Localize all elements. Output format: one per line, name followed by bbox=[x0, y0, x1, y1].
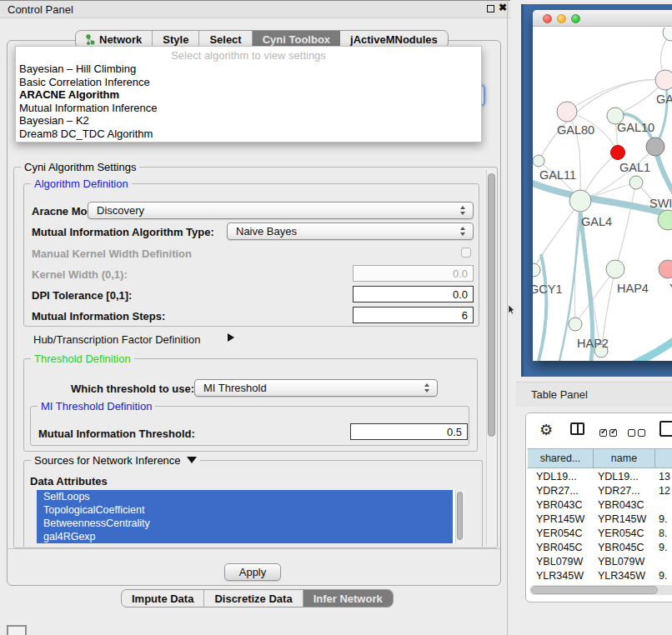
network-canvas[interactable]: GAL GAL80 GAL10 GAL11 GAL1 SWI4 GAL4 GCY… bbox=[533, 28, 672, 361]
minimize-window-icon[interactable] bbox=[557, 14, 566, 23]
node-pink-right[interactable] bbox=[659, 260, 672, 278]
mi-threshold-label: Mutual Information Threshold: bbox=[38, 428, 195, 440]
table-panel: ⚙ shared... name YDL19...YDL19...13 YDR2… bbox=[525, 412, 672, 602]
dropdown-item[interactable]: Bayesian – Hill Climbing bbox=[16, 62, 481, 76]
network-view-frame[interactable]: GAL GAL80 GAL10 GAL11 GAL1 SWI4 GAL4 GCY… bbox=[521, 4, 672, 377]
mi-type-combo[interactable]: Naive Bayes bbox=[227, 222, 474, 240]
node-label: GCY1 bbox=[533, 282, 563, 296]
combo-stepper-icon bbox=[460, 227, 467, 236]
table-row[interactable]: YBL079WYBL079W bbox=[528, 554, 672, 568]
aracne-mode-combo[interactable]: Discovery bbox=[88, 202, 474, 219]
node-gal4[interactable] bbox=[569, 190, 591, 212]
mi-steps-label: Mutual Information Steps: bbox=[32, 310, 165, 322]
table-row[interactable]: YPR145WYPR145W9. bbox=[528, 512, 672, 526]
node-small-left[interactable] bbox=[533, 155, 544, 167]
expand-arrow-icon[interactable] bbox=[228, 333, 234, 342]
tab-discretize-data[interactable]: Discretize Data bbox=[204, 590, 303, 607]
node-label: GAL bbox=[656, 92, 672, 106]
list-scrollbar[interactable] bbox=[455, 490, 464, 543]
algorithm-dropdown-list: Select algorithm to view settings Bayesi… bbox=[15, 46, 482, 142]
zoom-window-icon[interactable] bbox=[571, 14, 580, 23]
node-hap4[interactable] bbox=[606, 260, 624, 278]
node-red-selected[interactable] bbox=[611, 146, 625, 160]
table-row[interactable]: YDL19...YDL19...13 bbox=[528, 469, 672, 483]
threshold-definition-title: Threshold Definition bbox=[31, 352, 134, 365]
node-partial-top[interactable] bbox=[663, 28, 672, 41]
settings-scrollbar-thumb[interactable] bbox=[488, 173, 495, 437]
kernel-width-label: Kernel Width (0,1): bbox=[32, 268, 128, 281]
node-gal80[interactable] bbox=[557, 102, 577, 122]
node-gal1[interactable] bbox=[629, 176, 643, 189]
node-gcy1[interactable] bbox=[533, 263, 540, 277]
dropdown-item-highlighted[interactable]: ARACNE Algorithm bbox=[16, 88, 481, 102]
control-panel-titlebar: Control Panel bbox=[0, 0, 510, 18]
node-label: HAP4 bbox=[617, 282, 649, 295]
bottom-tabbar: Impute Data Discretize Data Infer Networ… bbox=[121, 589, 394, 608]
table-header: shared... name bbox=[528, 448, 672, 468]
node-label: GAL11 bbox=[539, 168, 576, 182]
network-window-titlebar[interactable] bbox=[533, 10, 672, 27]
collapse-arrow-icon[interactable] bbox=[187, 457, 197, 463]
table-row[interactable]: YBR045CYBR045C9. bbox=[528, 540, 672, 554]
table-row[interactable]: YBR043CYBR043C bbox=[528, 498, 672, 512]
node-label: SWI4 bbox=[649, 197, 672, 210]
tab-network[interactable]: Network bbox=[76, 31, 153, 48]
dropdown-item[interactable]: Dream8 DC_TDC Algorithm bbox=[16, 128, 481, 141]
tab-jactivemnodules[interactable]: jActiveMNodules bbox=[340, 31, 448, 48]
table-panel-title: Table Panel bbox=[531, 388, 588, 401]
tab-style[interactable]: Style bbox=[153, 31, 199, 48]
select-all-checkboxes-icon[interactable] bbox=[599, 425, 619, 440]
tab-infer-network[interactable]: Infer Network bbox=[303, 590, 393, 607]
tab-impute-data[interactable]: Impute Data bbox=[122, 590, 204, 607]
table-body: YDL19...YDL19...13 YDR27...YDR27...12 YB… bbox=[528, 469, 672, 588]
dpi-tolerance-field[interactable]: 0.0 bbox=[353, 286, 474, 302]
list-item-selected[interactable]: BetweennessCentrality bbox=[37, 517, 453, 530]
close-window-icon[interactable] bbox=[543, 14, 552, 23]
mouse-cursor bbox=[508, 305, 515, 315]
node-hap2[interactable] bbox=[569, 318, 582, 331]
table-row[interactable]: YDR27...YDR27...12 bbox=[528, 483, 672, 498]
dropdown-item[interactable]: Basic Correlation Inference bbox=[16, 76, 481, 89]
mi-threshold-field[interactable]: 0.5 bbox=[350, 423, 468, 440]
deselect-all-checkboxes-icon[interactable] bbox=[628, 425, 648, 440]
list-item-selected[interactable]: SelfLoops bbox=[37, 490, 453, 503]
apply-button[interactable]: Apply bbox=[224, 563, 281, 581]
close-panel-icon[interactable]: ✖ bbox=[499, 2, 507, 13]
tab-select[interactable]: Select bbox=[199, 31, 252, 48]
data-attributes-list: SelfLoops TopologicalCoefficient Between… bbox=[37, 490, 464, 543]
list-item-selected[interactable]: TopologicalCoefficient bbox=[37, 503, 453, 517]
app-root: Control Panel ✖ Network Style Select Cyn… bbox=[0, 0, 672, 635]
mi-type-label: Mutual Information Algorithm Type: bbox=[32, 226, 214, 238]
dropdown-item[interactable]: Bayesian – K2 bbox=[16, 114, 481, 128]
data-attributes-label: Data Attributes bbox=[30, 475, 108, 488]
hub-definition-label[interactable]: Hub/Transcription Factor Definition bbox=[33, 333, 200, 346]
algorithm-definition-title: Algorithm Definition bbox=[31, 178, 132, 190]
mi-threshold-group-title: MI Threshold Definition bbox=[38, 400, 155, 412]
table-row[interactable]: YLR345WYLR345W9. bbox=[528, 568, 672, 582]
columns-icon[interactable] bbox=[570, 422, 584, 435]
sources-title[interactable]: Sources for Network Inference bbox=[31, 454, 200, 467]
dropdown-item[interactable]: Mutual Information Inference bbox=[16, 102, 481, 115]
column-header-shared-name[interactable]: shared... bbox=[528, 449, 594, 468]
table-horizontal-scrollbar[interactable] bbox=[529, 585, 672, 595]
minimized-panel-icon[interactable] bbox=[7, 625, 27, 635]
node-label: HAP2 bbox=[577, 337, 609, 350]
table-row[interactable]: YER054CYER054C8. bbox=[528, 526, 672, 540]
float-window-icon[interactable] bbox=[487, 5, 494, 12]
list-scrollbar-thumb[interactable] bbox=[457, 492, 463, 540]
node-gray[interactable] bbox=[646, 138, 664, 156]
column-header-name[interactable]: name bbox=[594, 449, 655, 468]
splitter[interactable] bbox=[507, 0, 508, 635]
column-header-partial[interactable] bbox=[655, 449, 672, 468]
dpi-tolerance-label: DPI Tolerance [0,1]: bbox=[32, 289, 132, 302]
table-scrollbar-thumb[interactable] bbox=[531, 586, 658, 594]
mi-steps-field[interactable]: 6 bbox=[353, 307, 474, 323]
which-threshold-combo[interactable]: MI Threshold bbox=[194, 379, 438, 397]
gear-icon[interactable]: ⚙ bbox=[539, 421, 553, 439]
settings-scrollbar[interactable] bbox=[486, 170, 497, 545]
tab-cyni-toolbox[interactable]: Cyni Toolbox bbox=[253, 31, 340, 48]
node-pink-top[interactable] bbox=[655, 70, 672, 90]
list-item-selected[interactable]: gal4RGexp bbox=[37, 530, 453, 543]
new-table-icon[interactable] bbox=[659, 421, 672, 437]
table-panel-titlebar: Table Panel bbox=[516, 382, 672, 407]
